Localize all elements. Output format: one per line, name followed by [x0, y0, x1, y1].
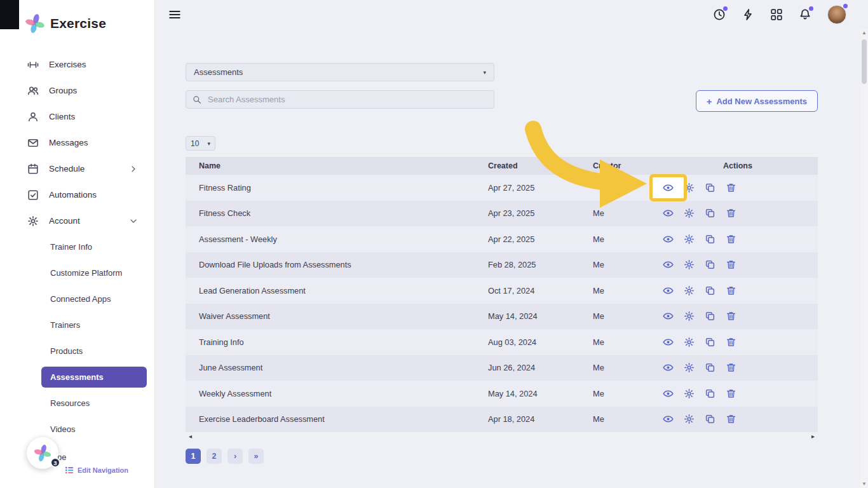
gear-icon[interactable] [684, 285, 695, 296]
sidebar-item-messages[interactable]: Messages [0, 132, 154, 153]
search-row: + Add New Assessments [186, 90, 818, 112]
screen-corner-artifact [0, 0, 19, 29]
h-scroll-left-arrow-icon[interactable]: ◂ [189, 433, 192, 440]
copy-icon[interactable] [705, 285, 715, 296]
sidebar-subitem-products[interactable]: Products [41, 341, 147, 362]
add-new-assessments-button[interactable]: + Add New Assessments [696, 90, 818, 112]
trash-icon[interactable] [726, 208, 736, 219]
eye-icon[interactable] [663, 208, 674, 219]
scrollbar-thumb[interactable] [862, 39, 867, 84]
trash-icon[interactable] [726, 234, 736, 245]
sidebar-item-account[interactable]: Account [0, 210, 154, 231]
eye-icon[interactable] [663, 259, 674, 270]
eye-icon[interactable] [663, 182, 674, 193]
copy-icon[interactable] [705, 208, 715, 219]
row-actions [658, 337, 818, 348]
launcher-widget[interactable]: 3 [27, 437, 58, 469]
gear-icon[interactable] [684, 234, 695, 245]
sidebar-subitem-videos[interactable]: Videos [41, 419, 147, 440]
row-actions [658, 414, 818, 424]
page-size-value: 10 [191, 139, 199, 148]
main-area: Assessments ▾ + Add New Assessments 10 ▾… [155, 0, 868, 488]
assessment-name: Waiver Assessment [186, 311, 488, 321]
copy-icon[interactable] [705, 414, 715, 424]
sidebar-subitem-customize-platform[interactable]: Customize Platform [41, 262, 147, 283]
sidebar-subitem-resources[interactable]: Resources [41, 393, 147, 414]
apps-grid-icon[interactable] [770, 8, 783, 21]
assessment-name: Lead Generation Assessment [186, 286, 488, 295]
vertical-scrollbar[interactable]: ▲ ▼ [860, 29, 868, 488]
trash-icon[interactable] [726, 362, 736, 373]
eye-icon[interactable] [663, 337, 674, 348]
assessment-name: Fitness Check [186, 208, 488, 218]
trash-icon[interactable] [726, 259, 736, 270]
sidebar-item-automations[interactable]: Automations [0, 184, 154, 205]
creator: Me [593, 208, 658, 218]
pagination-page-2[interactable]: 2 [207, 449, 222, 464]
gear-icon[interactable] [684, 311, 695, 322]
scroll-down-arrow-icon[interactable]: ▼ [862, 482, 867, 487]
gear-icon[interactable] [684, 337, 695, 348]
page-size-select[interactable]: 10 ▾ [186, 136, 215, 151]
eye-icon[interactable] [663, 285, 674, 296]
bell-icon[interactable] [799, 8, 811, 21]
copy-icon[interactable] [705, 182, 715, 193]
gear-icon[interactable] [684, 259, 695, 270]
search-input[interactable] [207, 94, 487, 105]
gear-icon[interactable] [684, 414, 695, 424]
user-avatar[interactable] [827, 5, 846, 24]
sidebar-subitem-label: Resources [50, 398, 90, 408]
gear-icon[interactable] [684, 362, 695, 373]
sidebar: Exercise ExercisesGroupsClientsMessagesS… [0, 0, 155, 488]
row-actions [658, 182, 818, 193]
eye-icon[interactable] [663, 234, 674, 245]
scroll-up-arrow-icon[interactable]: ▲ [862, 30, 867, 36]
sidebar-item-groups[interactable]: Groups [0, 80, 154, 101]
gear-icon[interactable] [684, 208, 695, 219]
copy-icon[interactable] [705, 337, 715, 348]
sidebar-subitem-connected-apps[interactable]: Connected Apps [41, 288, 147, 309]
copy-icon[interactable] [705, 259, 715, 270]
creator: Me [593, 234, 658, 244]
hamburger-icon[interactable] [168, 8, 181, 21]
trash-icon[interactable] [726, 337, 736, 348]
trash-icon[interactable] [726, 388, 736, 399]
sidebar-subitem-trainer-info[interactable]: Trainer Info [41, 236, 147, 257]
topbar-actions [713, 5, 846, 24]
sidebar-item-exercises[interactable]: Exercises [0, 54, 154, 75]
trash-icon[interactable] [726, 414, 736, 424]
assessment-type-select[interactable]: Assessments ▾ [186, 63, 494, 81]
sidebar-subitem-label: Connected Apps [50, 294, 111, 304]
flash-icon[interactable] [742, 8, 754, 21]
h-scroll-right-arrow-icon[interactable]: ▸ [811, 433, 815, 440]
copy-icon[interactable] [705, 388, 715, 399]
assessment-name: June Assessment [186, 363, 488, 372]
sidebar-item-schedule[interactable]: Schedule [0, 158, 154, 179]
history-icon[interactable] [713, 8, 726, 21]
assessments-table: NameCreatedCreatorActions Fitness Rating… [186, 157, 818, 440]
sidebar-item-label: Exercises [49, 60, 86, 69]
sidebar-subitem-assessments[interactable]: Assessments [41, 367, 147, 388]
eye-icon[interactable] [663, 311, 674, 322]
pagination-next-page[interactable]: › [227, 449, 243, 464]
trash-icon[interactable] [726, 182, 736, 193]
copy-icon[interactable] [705, 362, 715, 373]
eye-icon[interactable] [663, 388, 674, 399]
pagination-page-1[interactable]: 1 [186, 449, 201, 464]
content: Assessments ▾ + Add New Assessments 10 ▾… [155, 29, 868, 488]
eye-icon[interactable] [663, 414, 674, 424]
creator: Me [593, 389, 658, 398]
sidebar-subitem-trainers[interactable]: Trainers [41, 315, 147, 336]
copy-icon[interactable] [705, 311, 715, 322]
eye-icon[interactable] [663, 362, 674, 373]
copy-icon[interactable] [705, 234, 715, 245]
gear-icon[interactable] [684, 388, 695, 399]
row-actions [658, 259, 818, 270]
created-date: May 14, 2024 [488, 389, 593, 398]
notification-dot [809, 6, 813, 11]
trash-icon[interactable] [726, 311, 736, 322]
trash-icon[interactable] [726, 285, 736, 296]
edit-navigation-button[interactable]: Edit Navigation [65, 466, 128, 475]
sidebar-item-clients[interactable]: Clients [0, 106, 154, 127]
pagination-last-page[interactable]: » [248, 449, 264, 464]
